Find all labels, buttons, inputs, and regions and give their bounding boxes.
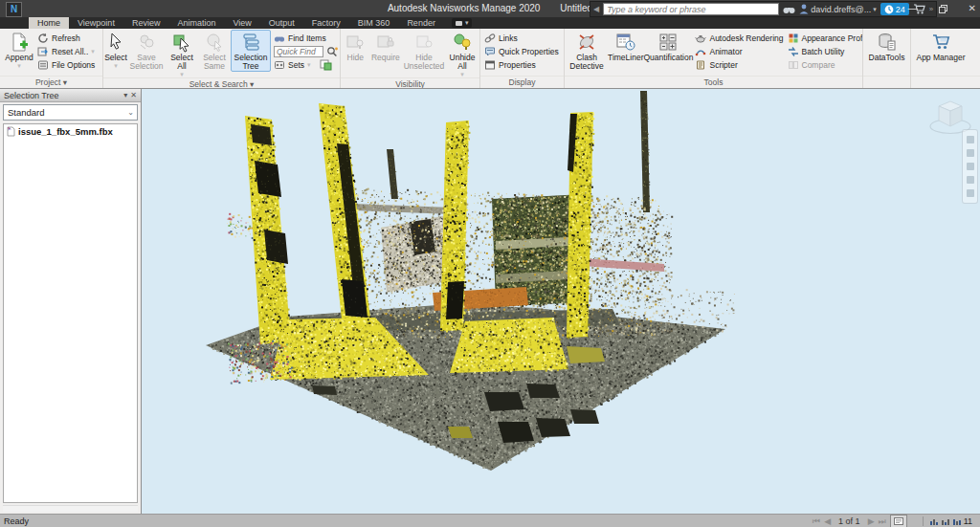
select-all-icon xyxy=(171,32,192,53)
tree-item-model[interactable]: issue_1_fbx_5mm.fbx xyxy=(6,126,135,137)
first-sheet-icon[interactable]: ⏮ xyxy=(813,516,820,527)
append-icon xyxy=(9,32,30,53)
ribbon-tabs: Home Viewpoint Review Animation View Out… xyxy=(0,17,980,29)
next-sheet-icon[interactable]: ▶ xyxy=(868,516,875,526)
status-separator xyxy=(923,516,924,526)
reset-all-button[interactable]: Reset All.. ▾ xyxy=(37,45,95,58)
quick-properties-icon xyxy=(484,46,496,57)
hide-unselected-icon xyxy=(413,32,434,53)
user-icon xyxy=(799,4,809,14)
prev-sheet-icon[interactable]: ◀ xyxy=(824,516,831,526)
titlebar: N Autodesk Navisworks Manage 2020 Untitl… xyxy=(0,0,980,17)
group-project-label[interactable]: Project ▾ xyxy=(0,76,102,88)
infocenter-toolbar: ◀ david.dreffs@... ▾ 24 » xyxy=(590,1,937,17)
nav-tool-icon[interactable] xyxy=(967,163,974,170)
file-options-button[interactable]: File Options xyxy=(37,58,95,72)
find-items-button[interactable]: Find Items xyxy=(274,32,339,45)
selection-tree-title: Selection Tree xyxy=(4,91,121,100)
tab-factory[interactable]: Factory xyxy=(303,17,349,29)
quick-find-icon[interactable] xyxy=(326,46,339,57)
appearance-profiler-button[interactable]: Appearance Profiler xyxy=(788,32,864,45)
quantification-button[interactable]: Quantification xyxy=(643,30,693,62)
tree-item-label: issue_1_fbx_5mm.fbx xyxy=(18,126,113,137)
ribbon-display-toggle[interactable]: ▾ xyxy=(452,18,473,28)
navigation-bar[interactable] xyxy=(962,129,978,204)
datatools-button[interactable]: DataTools xyxy=(865,30,909,62)
quick-properties-button[interactable]: Quick Properties xyxy=(484,45,559,58)
infocenter-collapse-icon[interactable]: ◀ xyxy=(593,5,599,13)
signin-user[interactable]: david.dreffs@... ▾ xyxy=(799,4,877,14)
group-select-search: Select ▾ Save Selection Select All ▾ xyxy=(103,29,341,88)
tab-bim360[interactable]: BIM 360 xyxy=(349,17,399,29)
hide-unselected-button: Hide Unselected xyxy=(402,30,446,71)
nav-tool-icon[interactable] xyxy=(967,149,974,157)
document-title: Untitled xyxy=(560,3,592,13)
tab-view[interactable]: View xyxy=(224,17,259,29)
unhide-all-caret-icon: ▾ xyxy=(460,71,464,77)
selection-tree-list[interactable]: issue_1_fbx_5mm.fbx xyxy=(3,123,138,503)
panel-close-icon[interactable]: ✕ xyxy=(130,91,137,99)
selection-tree-mode-select[interactable]: Standard ⌄ xyxy=(3,104,138,121)
search-binoculars-icon[interactable] xyxy=(783,4,795,14)
find-items-label: Find Items xyxy=(288,33,326,43)
refresh-label: Refresh xyxy=(52,33,80,43)
nav-tool-icon[interactable] xyxy=(967,189,974,197)
select-all-button[interactable]: Select All ▾ xyxy=(166,30,198,77)
clash-detective-button[interactable]: Clash Detective xyxy=(566,30,608,71)
unhide-all-button[interactable]: Unhide All ▾ xyxy=(446,30,479,77)
viewport-canvas[interactable] xyxy=(142,89,980,514)
panel-hscrollbar[interactable] xyxy=(3,505,138,512)
quick-find-input[interactable] xyxy=(274,46,323,57)
window-buttons: ― ✕ xyxy=(908,0,976,17)
selection-tree-header[interactable]: Selection Tree ▾ ✕ xyxy=(0,89,141,102)
group-select-search-label[interactable]: Select & Search ▾ xyxy=(103,77,340,88)
tab-review[interactable]: Review xyxy=(123,17,169,29)
select-button[interactable]: Select ▾ xyxy=(104,30,127,69)
selection-inspector-icon[interactable] xyxy=(320,59,332,71)
pencil-perf-icon xyxy=(929,517,938,526)
restore-button[interactable] xyxy=(939,5,947,13)
animator-button[interactable]: Animator xyxy=(695,45,783,58)
close-button[interactable]: ✕ xyxy=(969,0,976,17)
save-selection-button: Save Selection xyxy=(127,30,166,71)
autodesk-rendering-button[interactable]: Autodesk Rendering xyxy=(695,32,783,45)
sheet-browser-button[interactable] xyxy=(890,515,907,527)
group-display-label: Display xyxy=(480,76,564,88)
panel-pin-icon[interactable]: ▾ xyxy=(123,91,127,99)
nav-tool-icon[interactable] xyxy=(967,136,974,143)
hide-unselected-label: Hide Unselected xyxy=(402,54,446,71)
sets-caret-icon: ▾ xyxy=(307,61,311,69)
tab-output[interactable]: Output xyxy=(260,17,303,29)
selection-tree-button[interactable]: Selection Tree xyxy=(231,30,271,72)
batch-utility-button[interactable]: Batch Utility xyxy=(788,45,864,58)
batch-utility-icon xyxy=(788,46,799,57)
refresh-button[interactable]: Refresh xyxy=(37,32,95,45)
last-sheet-icon[interactable]: ⏭ xyxy=(879,516,886,527)
animator-label: Animator xyxy=(709,47,742,56)
tab-viewpoint[interactable]: Viewpoint xyxy=(69,17,123,29)
quantification-label: Quantification xyxy=(643,54,693,62)
selection-tree-label: Selection Tree xyxy=(232,54,270,71)
unhide-all-icon xyxy=(452,32,473,53)
sheet-navigation: ⏮ ◀ 1 of 1 ▶ ⏭ xyxy=(813,515,907,527)
tab-home[interactable]: Home xyxy=(29,17,69,29)
minimize-button[interactable]: ― xyxy=(908,0,918,17)
properties-button[interactable]: Properties xyxy=(484,58,559,72)
batch-utility-label: Batch Utility xyxy=(802,47,845,56)
links-button[interactable]: Links xyxy=(484,32,559,45)
notification-badge[interactable]: 24 xyxy=(880,3,909,15)
timeliner-button[interactable]: TimeLiner xyxy=(608,30,643,62)
search-input[interactable] xyxy=(603,3,779,15)
sets-button[interactable]: Sets ▾ xyxy=(274,58,339,72)
require-label: Require xyxy=(371,54,400,62)
app-manager-button[interactable]: App Manager xyxy=(913,30,969,62)
scripter-button[interactable]: Scripter xyxy=(695,58,783,72)
sheet-page-indicator: 1 of 1 xyxy=(838,516,860,526)
file-options-icon xyxy=(37,59,49,71)
tab-render[interactable]: Render xyxy=(398,17,444,29)
tab-animation[interactable]: Animation xyxy=(168,17,224,29)
links-label: Links xyxy=(499,33,518,43)
autodesk-rendering-icon xyxy=(695,33,706,44)
nav-tool-icon[interactable] xyxy=(967,176,974,184)
append-button[interactable]: Append ▾ xyxy=(1,30,37,69)
